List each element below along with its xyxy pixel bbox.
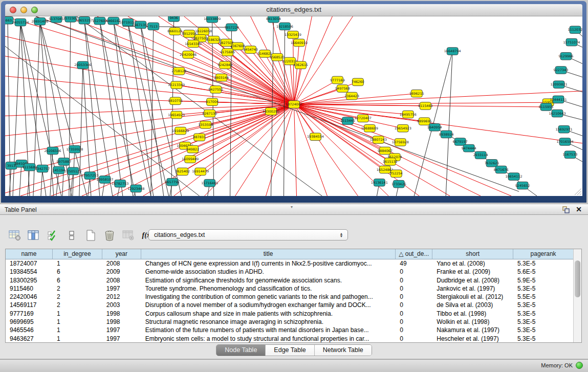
network-node[interactable]: 7625402 xyxy=(175,168,190,176)
column-header-out_degree[interactable]: △ out_de... xyxy=(396,249,432,259)
network-node[interactable]: 1810755 xyxy=(168,97,183,105)
network-node[interactable]: 9777169 xyxy=(330,76,345,84)
network-node[interactable]: 19654923 xyxy=(168,111,185,119)
select-columns-button[interactable] xyxy=(46,229,59,242)
network-node[interactable]: 18495756 xyxy=(400,111,417,118)
column-header-name[interactable]: name xyxy=(6,249,53,259)
float-panel-icon[interactable] xyxy=(562,206,570,213)
network-node[interactable]: 949822 xyxy=(186,145,199,153)
network-node[interactable]: 12213349 xyxy=(168,81,185,89)
network-node[interactable]: 9242848 xyxy=(217,61,232,69)
table-row[interactable]: 969969511998Structural magnetic resonanc… xyxy=(6,318,573,326)
network-node[interactable]: 9129966 xyxy=(559,52,574,60)
show-columns-button[interactable] xyxy=(27,229,40,242)
column-header-year[interactable]: year xyxy=(102,249,141,259)
network-node[interactable]: 10756928 xyxy=(392,139,409,146)
network-node[interactable]: 19384554 xyxy=(307,133,324,141)
network-node[interactable]: 1112032 xyxy=(568,26,582,34)
network-node[interactable]: 1615132 xyxy=(383,158,398,166)
network-node[interactable]: 16099489 xyxy=(182,156,199,163)
network-node[interactable]: 9497568 xyxy=(335,85,350,93)
network-node[interactable]: 9975887 xyxy=(56,158,71,166)
network-node[interactable]: 9657791 xyxy=(165,178,180,186)
network-node[interactable]: 1696215 xyxy=(409,90,424,97)
network-node[interactable]: 8938924 xyxy=(439,130,454,138)
table-row[interactable]: 946362711997Embryonic stem cells: a mode… xyxy=(6,335,573,342)
network-node[interactable]: 6466162 xyxy=(106,17,121,25)
network-node[interactable]: 24055724 xyxy=(12,18,29,26)
network-node[interactable]: 16210643 xyxy=(549,110,566,117)
network-node[interactable]: 10654112 xyxy=(506,173,522,181)
network-node[interactable]: 8427552 xyxy=(208,86,223,94)
network-node[interactable]: 8115955 xyxy=(539,103,554,111)
tab-node-table[interactable]: Node Table xyxy=(216,345,266,356)
network-view[interactable]: 1872400786601238912954182260589827503165… xyxy=(5,16,582,196)
network-node[interactable]: 1362615 xyxy=(293,61,308,69)
network-node[interactable]: 1342757 xyxy=(35,165,50,172)
network-node[interactable]: 14136141 xyxy=(371,179,388,186)
network-node[interactable]: 9474444 xyxy=(462,144,476,152)
table-selector-dropdown[interactable]: citations_edges.txt ▲▼ xyxy=(148,229,348,240)
column-header-short[interactable]: short xyxy=(432,249,513,259)
network-canvas[interactable]: 1872400786601238912954182260589827503165… xyxy=(5,16,582,196)
network-node[interactable]: 2803144 xyxy=(214,74,229,81)
network-node[interactable]: 1640954 xyxy=(427,124,442,132)
table-row[interactable]: 1938455462009Genome-wide association stu… xyxy=(6,268,573,276)
network-node[interactable]: 917004 xyxy=(206,98,219,106)
network-node[interactable]: 18226058 xyxy=(195,28,212,35)
network-node[interactable]: 1527602 xyxy=(92,17,107,25)
create-column-button[interactable] xyxy=(84,229,97,242)
network-node[interactable]: 9115460 xyxy=(418,102,433,110)
column-header-in_degree[interactable]: in_degree xyxy=(53,249,102,259)
network-node[interactable]: 7513 xyxy=(148,23,159,30)
network-node[interactable]: 15716485 xyxy=(201,179,218,187)
splitter-handle-icon[interactable]: ▾ xyxy=(291,205,293,209)
network-node[interactable]: 8267130 xyxy=(202,110,217,117)
table-row[interactable]: 1872400712008Changes of HCN gene express… xyxy=(6,259,573,268)
table-row[interactable]: 1830029562008Estimation of significance … xyxy=(6,276,573,285)
network-node[interactable]: 1167533 xyxy=(563,151,578,159)
network-node[interactable]: 7857224 xyxy=(224,24,239,31)
network-node[interactable]: 8454743 xyxy=(243,46,258,54)
tab-edge-table[interactable]: Edge Table xyxy=(266,345,314,356)
network-node[interactable]: 9227343 xyxy=(554,67,569,74)
network-node[interactable]: 15692971 xyxy=(556,125,573,133)
table-row[interactable]: 946554611997Estimation of the future num… xyxy=(6,326,573,334)
network-node[interactable]: 1513445 xyxy=(340,117,355,125)
table-row[interactable]: 2242004622012Investigating the contribut… xyxy=(6,293,573,301)
network-node[interactable]: 2364423 xyxy=(344,92,359,100)
scrollbar-thumb[interactable] xyxy=(575,260,580,297)
table-row[interactable]: 911546021997Tourette syndrome. Phenomeno… xyxy=(6,285,573,293)
network-node[interactable]: 19218506 xyxy=(276,23,293,30)
network-node[interactable]: 19166829 xyxy=(172,127,189,135)
network-node[interactable]: 9436 xyxy=(168,16,180,21)
table-mode-button[interactable] xyxy=(8,229,21,242)
window-titlebar[interactable]: citations_edges.txt xyxy=(5,4,582,16)
column-header-pagerank[interactable]: pagerank xyxy=(513,249,573,259)
network-node[interactable]: 1733426 xyxy=(391,180,406,188)
table-row[interactable]: 1456911722003Disruption of a novel membe… xyxy=(6,301,573,309)
row-height-button[interactable] xyxy=(65,229,78,242)
network-node[interactable]: 10958107 xyxy=(96,176,113,184)
network-node[interactable]: 8660123 xyxy=(167,28,182,35)
network-node[interactable]: 10688609 xyxy=(361,124,378,132)
table-row[interactable]: 977716911998Corpus callosum shape and si… xyxy=(6,310,573,318)
network-node[interactable]: 19654923 xyxy=(395,124,411,132)
close-panel-icon[interactable]: ✕ xyxy=(576,205,582,213)
network-node[interactable]: 887831 xyxy=(193,134,206,141)
resize-grip-icon[interactable] xyxy=(575,188,581,195)
network-node[interactable]: 12923448 xyxy=(127,185,144,192)
network-node[interactable]: 9137045 xyxy=(49,16,63,23)
network-node[interactable]: 8813054 xyxy=(266,16,281,23)
network-node[interactable]: 12093821 xyxy=(551,81,568,89)
network-node[interactable]: 16782753 xyxy=(112,180,128,187)
network-node[interactable]: 20691406 xyxy=(31,17,48,25)
network-node[interactable]: 8471676 xyxy=(494,166,509,173)
network-node[interactable]: 9175685 xyxy=(220,49,235,56)
network-node[interactable]: 746260 xyxy=(352,78,364,86)
tab-network-table[interactable]: Network Table xyxy=(315,345,372,356)
network-node[interactable]: 752254 xyxy=(390,170,403,178)
network-node[interactable]: 16033809 xyxy=(204,16,221,23)
network-node[interactable]: 16914479 xyxy=(192,168,209,176)
network-node[interactable]: 13325419 xyxy=(285,31,301,39)
